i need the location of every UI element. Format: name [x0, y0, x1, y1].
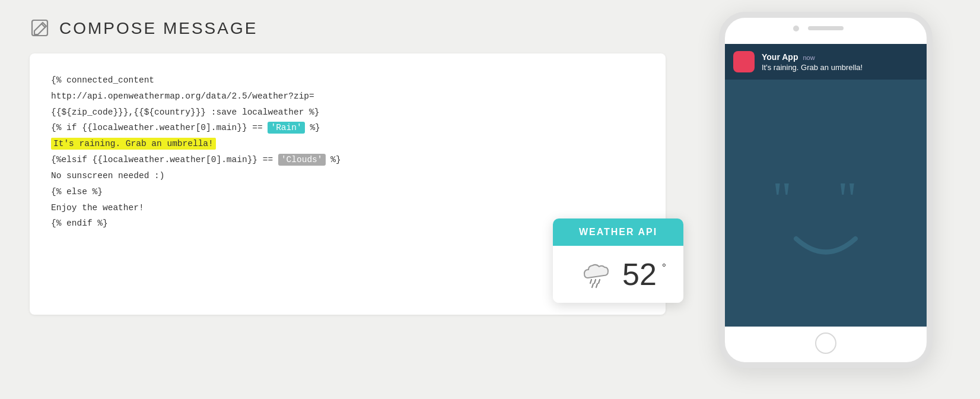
- weather-api-card: WEATHER API 52°: [553, 218, 683, 303]
- phone-home-button: [815, 332, 836, 354]
- compose-header: COMPOSE MESSAGE: [30, 18, 666, 39]
- svg-text:": ": [772, 173, 792, 225]
- rain-message: It's raining. Grab an umbrella!: [51, 138, 216, 150]
- svg-line-5: [592, 284, 593, 287]
- svg-text:": ": [838, 173, 857, 225]
- phone-mockup: Your App now It's raining. Grab an umbre…: [701, 12, 950, 368]
- rain-keyword: 'Rain': [268, 122, 304, 134]
- weather-api-body: 52°: [553, 246, 683, 303]
- message-card: {% connected_content http://api.openweat…: [30, 53, 666, 315]
- page-title: COMPOSE MESSAGE: [59, 19, 257, 38]
- smiley-face-icon: " ": [766, 162, 885, 268]
- compose-edit-icon: [30, 18, 51, 39]
- notification-time: now: [803, 54, 814, 61]
- code-line-3: {{${zip_code}}},{{${country}}} :save loc…: [51, 104, 644, 121]
- svg-line-3: [594, 280, 596, 283]
- rain-cloud-icon: [580, 258, 613, 291]
- phone-camera: [793, 26, 799, 31]
- phone-speaker: [808, 26, 844, 30]
- phone-frame: Your App now It's raining. Grab an umbre…: [719, 12, 933, 368]
- svg-line-4: [599, 280, 600, 283]
- code-line-2: http://api.openweathermap.org/data/2.5/w…: [51, 88, 644, 104]
- notification-content: Your App now It's raining. Grab an umbre…: [762, 52, 918, 72]
- notification-message: It's raining. Grab an umbrella!: [762, 63, 918, 72]
- code-line-4: {% if {{localweather.weather[0].main}} =…: [51, 120, 644, 136]
- svg-line-2: [590, 280, 591, 283]
- temperature-display: 52°: [622, 259, 657, 290]
- notification-app-row: Your App now: [762, 52, 918, 62]
- notification-bar: Your App now It's raining. Grab an umbre…: [725, 44, 927, 80]
- weather-api-header: WEATHER API: [553, 218, 683, 246]
- left-panel: COMPOSE MESSAGE {% connected_content htt…: [30, 18, 666, 315]
- code-editor: {% connected_content http://api.openweat…: [51, 72, 644, 232]
- svg-line-6: [596, 284, 597, 287]
- phone-screen: Your App now It's raining. Grab an umbre…: [725, 44, 927, 327]
- code-line-9: Enjoy the weather!: [51, 200, 644, 216]
- code-line-1: {% connected_content: [51, 72, 644, 88]
- app-icon: [733, 51, 755, 72]
- clouds-keyword: 'Clouds': [278, 154, 326, 166]
- app-name: Your App: [762, 52, 798, 62]
- code-line-5: It's raining. Grab an umbrella!: [51, 136, 644, 152]
- code-line-7: No sunscreen needed :): [51, 168, 644, 184]
- phone-smiley-area: " ": [725, 80, 927, 327]
- code-line-8: {% else %}: [51, 184, 644, 200]
- code-line-6: {%elsif {{localweather.weather[0].main}}…: [51, 152, 644, 168]
